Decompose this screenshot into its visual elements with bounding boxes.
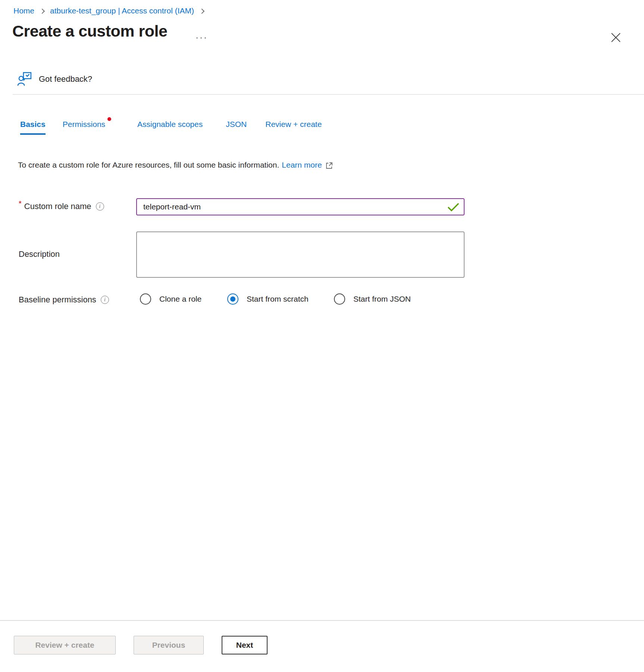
next-button[interactable]: Next bbox=[222, 636, 268, 654]
info-icon[interactable] bbox=[101, 296, 109, 304]
radio-unselected-icon bbox=[334, 293, 345, 305]
tab-review-create[interactable]: Review + create bbox=[265, 119, 322, 135]
tab-basics[interactable]: Basics bbox=[20, 119, 46, 135]
intro-text: To create a custom role for Azure resour… bbox=[18, 161, 279, 169]
close-icon-glyph bbox=[611, 32, 621, 43]
breadcrumb: Home atburke-test_group | Access control… bbox=[13, 6, 204, 16]
radio-selected-icon bbox=[227, 293, 238, 305]
tab-assignable-scopes-label: Assignable scopes bbox=[137, 120, 203, 128]
tab-json[interactable]: JSON bbox=[226, 119, 247, 135]
radio-clone-a-role[interactable]: Clone a role bbox=[140, 293, 201, 305]
footer-divider bbox=[0, 620, 644, 621]
radio-start-from-json[interactable]: Start from JSON bbox=[334, 293, 411, 305]
chevron-right-icon bbox=[199, 8, 204, 13]
got-feedback-button[interactable]: Got feedback? bbox=[17, 72, 92, 87]
description-textarea[interactable] bbox=[136, 231, 465, 278]
intro-text-row: To create a custom role for Azure resour… bbox=[18, 161, 333, 169]
radio-unselected-icon bbox=[140, 293, 151, 305]
tab-bar: Basics Permissions Assignable scopes JSO… bbox=[20, 119, 322, 135]
external-link-icon bbox=[325, 162, 333, 169]
create-custom-role-panel: Home atburke-test_group | Access control… bbox=[0, 0, 644, 672]
custom-role-name-label-text: Custom role name bbox=[24, 202, 91, 211]
tab-json-label: JSON bbox=[226, 120, 247, 128]
tab-permissions[interactable]: Permissions bbox=[63, 119, 105, 135]
tab-permissions-label: Permissions bbox=[63, 120, 105, 128]
baseline-permissions-label: Baseline permissions bbox=[19, 295, 109, 305]
previous-button[interactable]: Previous bbox=[134, 636, 204, 654]
breadcrumb-home[interactable]: Home bbox=[13, 6, 34, 16]
header-divider bbox=[13, 94, 644, 95]
tab-assignable-scopes[interactable]: Assignable scopes bbox=[137, 119, 203, 135]
radio-start-from-json-label: Start from JSON bbox=[353, 295, 411, 304]
required-asterisk: * bbox=[19, 199, 22, 208]
baseline-permissions-label-text: Baseline permissions bbox=[19, 295, 96, 305]
chevron-right-icon bbox=[40, 8, 45, 13]
info-icon[interactable] bbox=[96, 202, 104, 211]
custom-role-name-label: * Custom role name bbox=[19, 202, 104, 211]
tab-basics-label: Basics bbox=[20, 120, 46, 128]
page-title: Create a custom role bbox=[12, 21, 167, 41]
radio-clone-a-role-label: Clone a role bbox=[159, 295, 201, 304]
tab-review-create-label: Review + create bbox=[265, 120, 322, 128]
feedback-person-icon bbox=[17, 72, 32, 87]
breadcrumb-access-control[interactable]: atburke-test_group | Access control (IAM… bbox=[50, 6, 194, 16]
more-options-button[interactable]: ··· bbox=[196, 32, 208, 43]
description-label-text: Description bbox=[19, 249, 60, 259]
learn-more-link[interactable]: Learn more bbox=[282, 161, 322, 169]
review-create-button[interactable]: Review + create bbox=[14, 636, 116, 654]
close-icon[interactable] bbox=[608, 30, 623, 45]
permissions-alert-dot-icon bbox=[107, 117, 111, 121]
got-feedback-label: Got feedback? bbox=[39, 74, 92, 84]
description-label: Description bbox=[19, 249, 60, 259]
radio-start-from-scratch-label: Start from scratch bbox=[247, 295, 309, 304]
radio-start-from-scratch[interactable]: Start from scratch bbox=[227, 293, 309, 305]
custom-role-name-input[interactable] bbox=[136, 198, 465, 215]
